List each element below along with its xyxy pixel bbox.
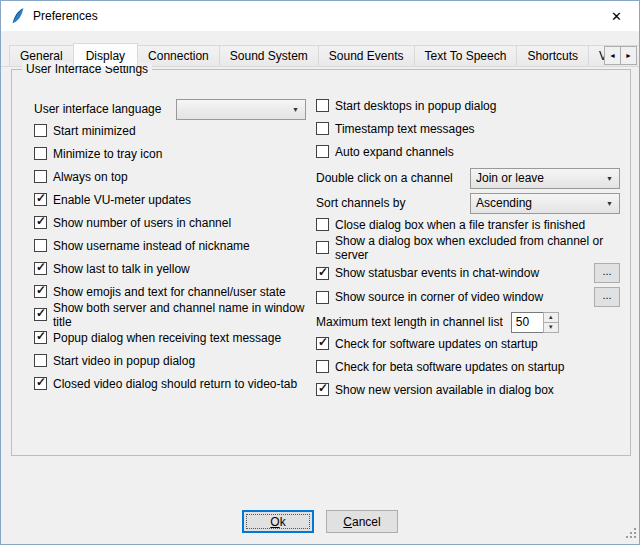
arrow-right-icon: ► [625, 52, 632, 59]
checkbox-close-dialog-file-transfer[interactable] [316, 218, 329, 231]
double-click-row: Double click on a channel Join or leave … [316, 167, 620, 189]
tab-display[interactable]: Display [73, 43, 138, 67]
cancel-mnemonic: C [343, 515, 352, 529]
checkbox-row: Close dialog box when a file transfer is… [316, 217, 620, 232]
checkbox-label: Show username instead of nickname [53, 239, 250, 253]
combobox-value: Join or leave [476, 171, 544, 185]
ok-rest: k [280, 515, 286, 529]
checkbox-label: Show statusbar events in chat-window [335, 266, 539, 280]
checkbox-row: Enable VU-meter updates [34, 192, 306, 207]
ok-button[interactable]: Ok [242, 510, 314, 533]
checkbox-label: Show a dialog box when excluded from cha… [335, 234, 620, 262]
checkbox-label: Auto expand channels [335, 145, 454, 159]
checkbox-check-beta-updates[interactable] [316, 360, 329, 373]
right-column: Start desktops in popup dialog Timestamp… [316, 98, 620, 405]
cancel-button[interactable]: Cancel [326, 510, 398, 533]
checkbox-row: Minimize to tray icon [34, 146, 306, 161]
checkbox-label: Start minimized [53, 124, 136, 138]
language-label: User interface language [34, 102, 161, 116]
checkbox-row: Start video in popup dialog [34, 353, 306, 368]
checkbox-closed-video-return[interactable] [34, 377, 47, 390]
checkbox-row: Auto expand channels [316, 144, 620, 159]
checkbox-row: Show number of users in channel [34, 215, 306, 230]
checkbox-row: Show new version available in dialog box [316, 382, 620, 397]
spin-down-icon[interactable]: ▼ [544, 323, 558, 332]
checkbox-statusbar-events[interactable] [316, 267, 329, 280]
checkbox-start-video-popup[interactable] [34, 354, 47, 367]
dropdown-arrow-icon: ▼ [284, 106, 299, 113]
checkbox-show-username[interactable] [34, 239, 47, 252]
checkbox-timestamp-messages[interactable] [316, 122, 329, 135]
checkbox-show-new-version[interactable] [316, 383, 329, 396]
ok-mnemonic: O [270, 515, 279, 529]
max-text-length-row: Maximum text length in channel list 50 ▲… [316, 311, 620, 333]
checkbox-always-on-top[interactable] [34, 170, 47, 183]
checkbox-label: Check for software updates on startup [335, 337, 538, 351]
double-click-combobox[interactable]: Join or leave ▼ [470, 168, 620, 189]
dialog-buttons: Ok Cancel [1, 510, 639, 533]
checkbox-start-minimized[interactable] [34, 124, 47, 137]
spin-up-icon[interactable]: ▲ [544, 313, 558, 323]
checkbox-last-to-talk-yellow[interactable] [34, 262, 47, 275]
settings-columns: User interface language ▼ Start minimize… [12, 70, 630, 405]
checkbox-row: Show a dialog box when excluded from cha… [316, 240, 620, 255]
checkbox-label: Check for beta software updates on start… [335, 360, 564, 374]
checkbox-label: Show last to talk in yellow [53, 262, 190, 276]
tab-shortcuts[interactable]: Shortcuts [516, 45, 589, 66]
tab-scroll-right-button[interactable]: ► [620, 46, 637, 65]
checkbox-row: Popup dialog when receiving text message [34, 330, 306, 345]
checkbox-label: Close dialog box when a file transfer is… [335, 218, 585, 232]
tab-sound-events[interactable]: Sound Events [318, 45, 415, 66]
checkbox-enable-vu-meter[interactable] [34, 193, 47, 206]
app-icon [9, 7, 27, 25]
checkbox-show-number-users[interactable] [34, 216, 47, 229]
checkbox-emojis-text-state[interactable] [34, 285, 47, 298]
tab-sound-system[interactable]: Sound System [219, 45, 319, 66]
double-click-label: Double click on a channel [316, 171, 453, 185]
checkbox-label: Timestamp text messages [335, 122, 475, 136]
checkbox-auto-expand-channels[interactable] [316, 145, 329, 158]
tab-bar: General Display Connection Sound System … [1, 41, 639, 67]
checkbox-minimize-to-tray[interactable] [34, 147, 47, 160]
checkbox-label: Always on top [53, 170, 128, 184]
dropdown-arrow-icon: ▼ [598, 175, 613, 182]
checkbox-row: Always on top [34, 169, 306, 184]
checkbox-dialog-when-excluded[interactable] [316, 241, 329, 254]
close-button[interactable]: ✕ [594, 1, 639, 31]
spinner-value[interactable]: 50 [511, 312, 543, 333]
checkbox-start-desktops-popup[interactable] [316, 99, 329, 112]
sort-channels-combobox[interactable]: Ascending ▼ [470, 193, 620, 214]
checkbox-label: Popup dialog when receiving text message [53, 331, 281, 345]
checkbox-label: Minimize to tray icon [53, 147, 162, 161]
window-title: Preferences [33, 9, 98, 23]
max-text-length-label: Maximum text length in channel list [316, 315, 503, 329]
checkbox-row: Show last to talk in yellow [34, 261, 306, 276]
resize-grip-icon[interactable] [624, 526, 637, 542]
tab-scroll-left-button[interactable]: ◄ [604, 46, 621, 65]
sort-channels-row: Sort channels by Ascending ▼ [316, 192, 620, 214]
language-combobox[interactable]: ▼ [176, 99, 306, 120]
tab-text-to-speech[interactable]: Text To Speech [414, 45, 518, 66]
checkbox-label: Enable VU-meter updates [53, 193, 191, 207]
statusbar-events-browse-button[interactable]: ... [594, 263, 620, 283]
checkbox-row: Show both server and channel name in win… [34, 307, 306, 322]
checkbox-row: Check for beta software updates on start… [316, 359, 620, 374]
checkbox-row: Start desktops in popup dialog [316, 98, 620, 113]
max-text-length-spinner[interactable]: 50 ▲ ▼ [511, 312, 559, 333]
cancel-rest: ancel [352, 515, 381, 529]
video-source-browse-button[interactable]: ... [594, 287, 620, 307]
checkbox-server-channel-title[interactable] [34, 308, 47, 321]
combobox-value: Ascending [476, 196, 532, 210]
checkbox-popup-text-message[interactable] [34, 331, 47, 344]
checkbox-label: Show new version available in dialog box [335, 383, 554, 397]
left-column: User interface language ▼ Start minimize… [34, 98, 306, 405]
dropdown-arrow-icon: ▼ [598, 200, 613, 207]
checkbox-row: Closed video dialog should return to vid… [34, 376, 306, 391]
checkbox-video-source-corner[interactable] [316, 291, 329, 304]
language-row: User interface language ▼ [34, 98, 306, 120]
user-interface-settings-group: User Interface Settings User interface l… [11, 69, 631, 456]
checkbox-row: Show emojis and text for channel/user st… [34, 284, 306, 299]
checkbox-check-updates[interactable] [316, 337, 329, 350]
preferences-window: Preferences ✕ General Display Connection… [0, 0, 640, 545]
tab-scroll-buttons: ◄ ► [605, 46, 637, 65]
